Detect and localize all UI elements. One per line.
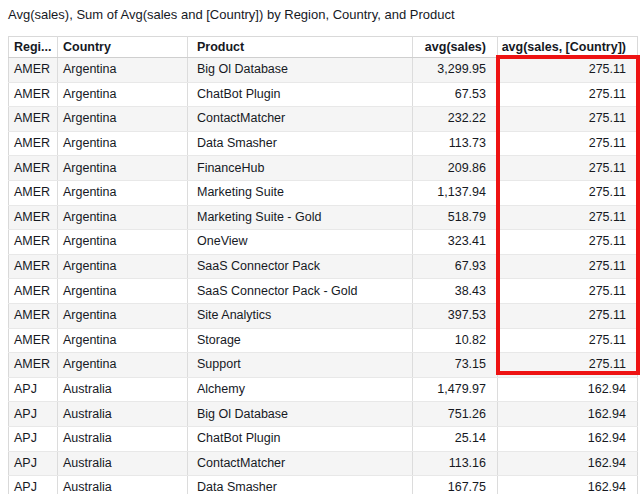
cell-region[interactable]: AMER xyxy=(9,131,58,156)
table-row: AMERArgentinaContactMatcher232.22275.11 xyxy=(9,107,638,132)
cell-avg-sales[interactable]: 397.53 xyxy=(413,303,498,328)
cell-country[interactable]: Argentina xyxy=(58,107,188,132)
cell-avg-sales[interactable]: 1,137.94 xyxy=(413,180,498,205)
cell-country[interactable]: Argentina xyxy=(58,82,188,107)
cell-avg-sales[interactable]: 38.43 xyxy=(413,279,498,304)
cell-region[interactable]: AMER xyxy=(9,156,58,181)
cell-region[interactable]: AMER xyxy=(9,180,58,205)
cell-product[interactable]: ChatBot Plugin xyxy=(188,426,413,451)
cell-avg-sales-country[interactable]: 162.94 xyxy=(498,451,638,476)
cell-country[interactable]: Argentina xyxy=(58,58,188,83)
cell-avg-sales[interactable]: 25.14 xyxy=(413,426,498,451)
cell-product[interactable]: Big Ol Database xyxy=(188,402,413,427)
cell-country[interactable]: Australia xyxy=(58,377,188,402)
cell-avg-sales[interactable]: 1,479.97 xyxy=(413,377,498,402)
column-header-product[interactable]: Product xyxy=(188,37,413,58)
cell-region[interactable]: AMER xyxy=(9,107,58,132)
cell-product[interactable]: Marketing Suite - Gold xyxy=(188,205,413,230)
cell-region[interactable]: AMER xyxy=(9,279,58,304)
cell-country[interactable]: Argentina xyxy=(58,230,188,255)
cell-avg-sales-country[interactable]: 275.11 xyxy=(498,82,638,107)
cell-country[interactable]: Australia xyxy=(58,451,188,476)
cell-avg-sales-country[interactable]: 275.11 xyxy=(498,156,638,181)
cell-region[interactable]: AMER xyxy=(9,58,58,83)
cell-avg-sales[interactable]: 751.26 xyxy=(413,402,498,427)
cell-country[interactable]: Argentina xyxy=(58,156,188,181)
cell-avg-sales-country[interactable]: 162.94 xyxy=(498,476,638,494)
column-header-avg-sales[interactable]: avg(sales) xyxy=(413,37,498,58)
cell-product[interactable]: Storage xyxy=(188,328,413,353)
cell-region[interactable]: AMER xyxy=(9,205,58,230)
cell-avg-sales[interactable]: 518.79 xyxy=(413,205,498,230)
cell-region[interactable]: AMER xyxy=(9,230,58,255)
cell-product[interactable]: Support xyxy=(188,353,413,378)
cell-region[interactable]: AMER xyxy=(9,254,58,279)
cell-avg-sales-country[interactable]: 275.11 xyxy=(498,107,638,132)
column-header-region[interactable]: Regi... xyxy=(9,37,58,58)
cell-product[interactable]: Alchemy xyxy=(188,377,413,402)
table-visual: Avg(sales), Sum of Avg(sales and [Countr… xyxy=(0,0,643,494)
cell-avg-sales[interactable]: 10.82 xyxy=(413,328,498,353)
cell-product[interactable]: Site Analytics xyxy=(188,303,413,328)
cell-product[interactable]: ChatBot Plugin xyxy=(188,82,413,107)
cell-avg-sales[interactable]: 113.73 xyxy=(413,131,498,156)
cell-region[interactable]: AMER xyxy=(9,328,58,353)
cell-country[interactable]: Australia xyxy=(58,426,188,451)
cell-country[interactable]: Argentina xyxy=(58,254,188,279)
cell-country[interactable]: Australia xyxy=(58,402,188,427)
cell-country[interactable]: Argentina xyxy=(58,180,188,205)
cell-avg-sales-country[interactable]: 275.11 xyxy=(498,254,638,279)
cell-avg-sales-country[interactable]: 162.94 xyxy=(498,377,638,402)
cell-avg-sales-country[interactable]: 275.11 xyxy=(498,58,638,83)
cell-avg-sales-country[interactable]: 275.11 xyxy=(498,303,638,328)
column-header-avg-sales-country[interactable]: avg(sales, [Country]) xyxy=(498,37,638,58)
cell-region[interactable]: AMER xyxy=(9,353,58,378)
cell-avg-sales-country[interactable]: 162.94 xyxy=(498,402,638,427)
table-row: AMERArgentinaStorage10.82275.11 xyxy=(9,328,638,353)
cell-avg-sales-country[interactable]: 275.11 xyxy=(498,205,638,230)
cell-region[interactable]: APJ xyxy=(9,476,58,494)
cell-avg-sales[interactable]: 67.93 xyxy=(413,254,498,279)
cell-region[interactable]: APJ xyxy=(9,426,58,451)
cell-avg-sales-country[interactable]: 275.11 xyxy=(498,328,638,353)
cell-avg-sales[interactable]: 3,299.95 xyxy=(413,58,498,83)
cell-country[interactable]: Argentina xyxy=(58,131,188,156)
cell-avg-sales-country[interactable]: 275.11 xyxy=(498,353,638,378)
cell-region[interactable]: APJ xyxy=(9,451,58,476)
cell-avg-sales-country[interactable]: 275.11 xyxy=(498,131,638,156)
cell-product[interactable]: Data Smasher xyxy=(188,476,413,494)
cell-avg-sales[interactable]: 167.75 xyxy=(413,476,498,494)
cell-product[interactable]: Data Smasher xyxy=(188,131,413,156)
cell-avg-sales-country[interactable]: 275.11 xyxy=(498,279,638,304)
cell-avg-sales-country[interactable]: 275.11 xyxy=(498,180,638,205)
table-row: AMERArgentinaChatBot Plugin67.53275.11 xyxy=(9,82,638,107)
cell-product[interactable]: OneView xyxy=(188,230,413,255)
cell-region[interactable]: APJ xyxy=(9,377,58,402)
cell-product[interactable]: ContactMatcher xyxy=(188,107,413,132)
cell-avg-sales-country[interactable]: 275.11 xyxy=(498,230,638,255)
cell-country[interactable]: Argentina xyxy=(58,205,188,230)
cell-country[interactable]: Argentina xyxy=(58,303,188,328)
cell-product[interactable]: ContactMatcher xyxy=(188,451,413,476)
cell-country[interactable]: Argentina xyxy=(58,279,188,304)
cell-region[interactable]: AMER xyxy=(9,82,58,107)
column-header-country[interactable]: Country xyxy=(58,37,188,58)
cell-region[interactable]: AMER xyxy=(9,303,58,328)
cell-product[interactable]: SaaS Connector Pack - Gold xyxy=(188,279,413,304)
cell-product[interactable]: SaaS Connector Pack xyxy=(188,254,413,279)
cell-country[interactable]: Argentina xyxy=(58,328,188,353)
cell-avg-sales-country[interactable]: 162.94 xyxy=(498,426,638,451)
cell-avg-sales[interactable]: 323.41 xyxy=(413,230,498,255)
cell-avg-sales[interactable]: 232.22 xyxy=(413,107,498,132)
cell-region[interactable]: APJ xyxy=(9,402,58,427)
cell-avg-sales[interactable]: 73.15 xyxy=(413,353,498,378)
cell-product[interactable]: Marketing Suite xyxy=(188,180,413,205)
cell-product[interactable]: Big Ol Database xyxy=(188,58,413,83)
cell-avg-sales[interactable]: 209.86 xyxy=(413,156,498,181)
cell-country[interactable]: Argentina xyxy=(58,353,188,378)
cell-avg-sales[interactable]: 67.53 xyxy=(413,82,498,107)
table-row: APJAustraliaAlchemy1,479.97162.94 xyxy=(9,377,638,402)
cell-country[interactable]: Australia xyxy=(58,476,188,494)
cell-product[interactable]: FinanceHub xyxy=(188,156,413,181)
cell-avg-sales[interactable]: 113.16 xyxy=(413,451,498,476)
